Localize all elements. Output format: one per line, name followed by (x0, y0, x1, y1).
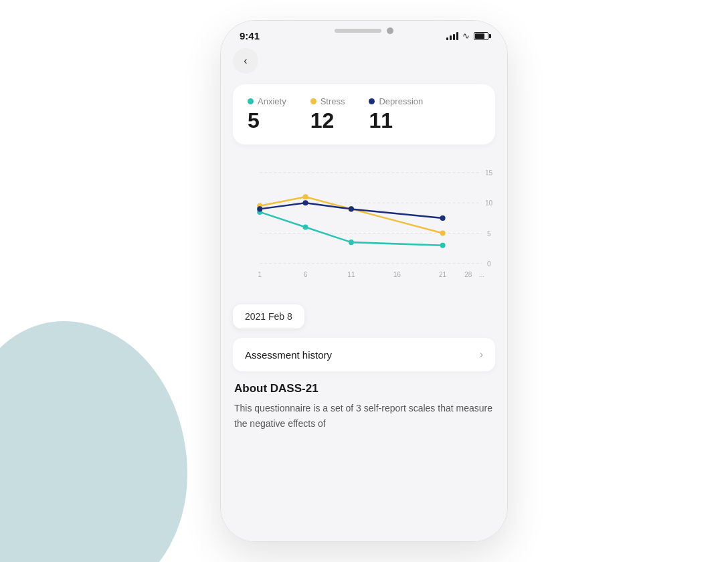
signal-icon (446, 32, 458, 40)
svg-point-16 (303, 225, 308, 230)
about-section: About DASS-21 This questionnaire is a se… (233, 382, 495, 431)
status-time: 9:41 (240, 30, 260, 41)
svg-text:16: 16 (393, 271, 401, 278)
score-item-anxiety: Anxiety 5 (248, 96, 286, 132)
assessment-history-label: Assessment history (245, 349, 332, 361)
battery-icon (474, 32, 488, 40)
notch-camera (387, 27, 393, 34)
stress-dot (310, 98, 316, 104)
svg-text:1: 1 (258, 271, 262, 278)
svg-point-22 (440, 231, 446, 236)
depression-value: 11 (369, 109, 423, 132)
status-icons: ∿ (446, 31, 488, 41)
background-blob (0, 321, 187, 562)
assessment-history-chevron-icon: › (480, 349, 483, 361)
about-text: This questionnaire is a set of 3 self-re… (234, 401, 494, 431)
assessment-history-row[interactable]: Assessment history › (233, 338, 495, 371)
depression-label: Depression (379, 96, 423, 106)
svg-text:6: 6 (304, 271, 308, 278)
anxiety-label: Anxiety (258, 96, 286, 106)
svg-text:0: 0 (487, 260, 491, 268)
svg-point-24 (303, 200, 308, 205)
svg-text:10: 10 (485, 200, 493, 207)
chart-area: 15 10 5 0 1 6 11 16 21 28 ... (233, 154, 495, 295)
svg-point-26 (440, 215, 446, 221)
phone-frame: 9:41 ∿ ‹ (220, 20, 508, 542)
score-item-stress: Stress 12 (310, 96, 345, 132)
depression-dot (369, 98, 375, 104)
date-label: 2021 Feb 8 (233, 304, 304, 329)
chart-svg: 15 10 5 0 1 6 11 16 21 28 ... (233, 159, 495, 287)
svg-text:11: 11 (347, 271, 355, 278)
score-row: Anxiety 5 Stress 12 (248, 96, 480, 132)
notch (324, 21, 404, 41)
svg-point-18 (440, 243, 446, 248)
notch-pill (335, 29, 381, 33)
phone-wrapper: 9:41 ∿ ‹ (220, 20, 508, 542)
svg-text:28: 28 (464, 271, 472, 278)
anxiety-dot (248, 98, 254, 104)
svg-text:...: ... (479, 271, 484, 278)
stress-value: 12 (310, 109, 345, 132)
back-button[interactable]: ‹ (233, 48, 258, 74)
anxiety-value: 5 (248, 109, 286, 132)
status-bar: 9:41 ∿ (221, 21, 507, 41)
svg-point-23 (257, 207, 262, 212)
svg-text:15: 15 (485, 169, 493, 177)
svg-point-25 (349, 207, 354, 212)
about-title: About DASS-21 (234, 382, 494, 395)
score-card: Anxiety 5 Stress 12 (233, 84, 495, 145)
wifi-icon: ∿ (462, 31, 470, 41)
back-chevron-icon: ‹ (244, 56, 247, 66)
svg-point-20 (303, 194, 308, 199)
svg-point-17 (349, 240, 354, 245)
svg-text:21: 21 (439, 271, 447, 278)
stress-label: Stress (321, 96, 345, 106)
svg-text:5: 5 (487, 230, 491, 238)
phone-content: ‹ Anxiety 5 Stress (221, 41, 507, 541)
score-item-depression: Depression 11 (369, 96, 423, 132)
